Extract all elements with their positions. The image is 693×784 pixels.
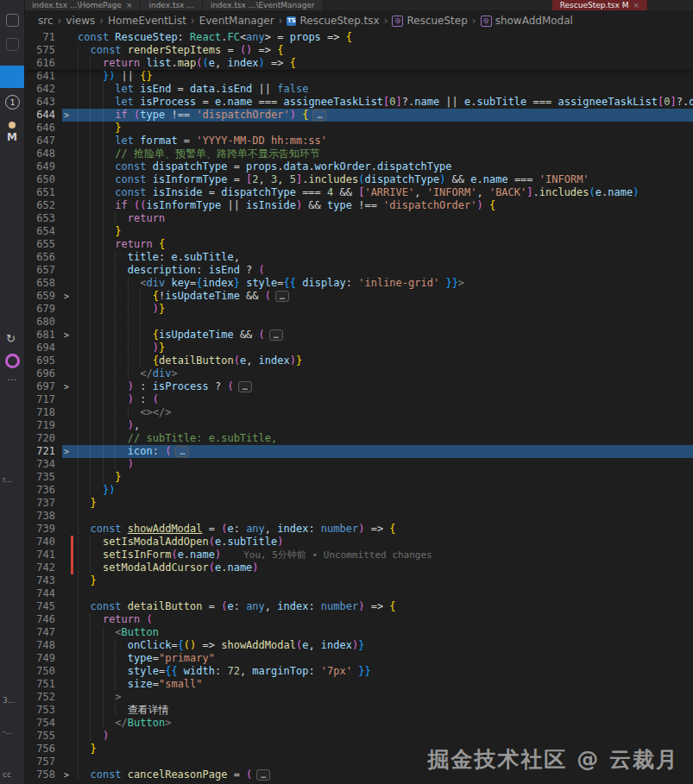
line-number[interactable]: 697	[24, 380, 62, 393]
code-line-654[interactable]: 654 }	[24, 225, 693, 238]
line-number[interactable]: 738	[24, 510, 62, 523]
fold-chevron-icon[interactable]: >	[64, 329, 69, 342]
fold-chevron-icon[interactable]: >	[64, 109, 69, 122]
line-number[interactable]: 71	[24, 31, 62, 44]
line-number[interactable]: 757	[24, 756, 62, 768]
code-line-741[interactable]: 741 setIsInForm(e.name)You, 5分钟前 • Uncom…	[24, 549, 693, 561]
line-number[interactable]: 653	[24, 212, 62, 225]
code-line-738[interactable]: 738	[24, 510, 693, 523]
fold-gutter[interactable]: >	[62, 768, 75, 781]
code-line-734[interactable]: 734 )	[24, 458, 693, 471]
line-number[interactable]: 656	[24, 251, 62, 264]
fold-gutter[interactable]: >	[62, 290, 75, 303]
code-line-696[interactable]: 696 </div>	[24, 367, 693, 380]
code-line-653[interactable]: 653 return	[24, 212, 693, 225]
code-line-648[interactable]: 648 // 抢险单、预警单、路跨单不显示告知环节	[24, 147, 693, 160]
code-line-750[interactable]: 750 style={{ width: 72, marginTop: '7px'…	[24, 665, 693, 678]
code-line-720[interactable]: 720 // subTitle: e.subTitle,	[24, 432, 693, 445]
tab-index-homepage[interactable]: index.tsx ...\HomePage ×	[24, 0, 141, 10]
line-number[interactable]: 696	[24, 367, 62, 380]
code-line-649[interactable]: 649 const dispatchType = props.data.work…	[24, 160, 693, 173]
line-number[interactable]: 659	[24, 290, 62, 303]
line-number[interactable]: 655	[24, 238, 62, 251]
line-number[interactable]: 616	[24, 57, 62, 70]
line-number[interactable]: 694	[24, 342, 62, 354]
code-line-644[interactable]: 644> if (type !== 'dispatchOrder') {…	[24, 109, 693, 122]
code-line-746[interactable]: 746 return (	[24, 613, 693, 626]
code-line-679[interactable]: 679 )}	[24, 303, 693, 316]
line-number[interactable]: 654	[24, 225, 62, 238]
explorer-icon[interactable]	[6, 14, 19, 27]
code-line-717[interactable]: 717 ) : (	[24, 393, 693, 406]
code-line-71[interactable]: 71const RescueStep: React.FC<any> = prop…	[24, 31, 693, 44]
code-line-659[interactable]: 659> {!isUpdateTime && (…	[24, 290, 693, 303]
line-number[interactable]: 721	[24, 445, 62, 458]
line-number[interactable]: 646	[24, 122, 62, 135]
code-line-721[interactable]: 721> icon: (…	[24, 445, 693, 458]
line-number[interactable]: 739	[24, 523, 62, 536]
sidebar-truncated-label[interactable]: -...	[3, 727, 13, 736]
line-number[interactable]: 747	[24, 626, 62, 639]
line-number[interactable]: 644	[24, 109, 62, 122]
fold-chevron-icon[interactable]: >	[64, 290, 69, 303]
code-line-753[interactable]: 753 查看详情	[24, 704, 693, 717]
breadcrumb-item-src[interactable]: src	[38, 15, 54, 27]
line-number[interactable]: 758	[24, 768, 62, 781]
code-line-681[interactable]: 681> {isUpdateTime && (…	[24, 329, 693, 342]
line-number[interactable]: 647	[24, 135, 62, 147]
fold-chevron-icon[interactable]: >	[64, 768, 69, 781]
code-line-742[interactable]: 742 setModalAddCursor(e.name)	[24, 561, 693, 574]
code-line-743[interactable]: 743 }	[24, 574, 693, 587]
line-number[interactable]: 750	[24, 665, 62, 678]
line-number[interactable]: 749	[24, 652, 62, 665]
code-line-758[interactable]: 758> const cancelReasonPage = (…	[24, 768, 693, 781]
code-line-647[interactable]: 647 let format = 'YYYY-MM-DD hh:mm:ss'	[24, 135, 693, 147]
breadcrumb-item-symbol-rescuestep[interactable]: RescueStep	[406, 15, 467, 27]
collapsed-region-badge[interactable]: …	[312, 110, 326, 121]
line-number[interactable]: 754	[24, 717, 62, 730]
breadcrumb-item-symbol-showaddmodal[interactable]: showAddModal	[495, 15, 573, 27]
collapsed-region-badge[interactable]: …	[175, 446, 189, 457]
line-number[interactable]: 575	[24, 44, 62, 57]
line-number[interactable]: 743	[24, 574, 62, 587]
line-number[interactable]: 681	[24, 329, 62, 342]
line-number[interactable]: 735	[24, 471, 62, 484]
breadcrumb-item-homeeventlist[interactable]: HomeEventList	[108, 15, 186, 27]
line-number[interactable]: 742	[24, 561, 62, 574]
line-number[interactable]: 741	[24, 549, 62, 561]
active-activity-item[interactable]	[0, 66, 24, 88]
code-line-749[interactable]: 749 type="primary"	[24, 652, 693, 665]
code-line-736[interactable]: 736 })	[24, 484, 693, 497]
fold-gutter[interactable]: >	[62, 445, 75, 458]
code-line-575[interactable]: 575 const renderStepItems = () => {	[24, 44, 693, 57]
code-line-642[interactable]: 642 let isEnd = data.isEnd || false	[24, 83, 693, 96]
collapsed-region-badge[interactable]: …	[238, 381, 252, 392]
code-line-641[interactable]: 641 }) || {}	[24, 70, 693, 83]
line-number[interactable]: 651	[24, 186, 62, 199]
line-number[interactable]: 752	[24, 691, 62, 704]
line-number[interactable]: 744	[24, 587, 62, 600]
line-number[interactable]: 650	[24, 173, 62, 186]
line-number[interactable]: 751	[24, 678, 62, 691]
line-number[interactable]: 753	[24, 704, 62, 717]
sync-icon[interactable]: ↻	[6, 332, 16, 345]
sidebar-truncated-label[interactable]: cc	[3, 770, 11, 779]
tab-index-2[interactable]: index.tsx ...	[141, 0, 202, 10]
account-icon[interactable]	[5, 354, 20, 368]
code-line-755[interactable]: 755 )	[24, 730, 693, 743]
line-number[interactable]: 740	[24, 536, 62, 549]
line-number[interactable]: 745	[24, 600, 62, 613]
tab-index-eventmanager[interactable]: index.tsx ...\EventManager	[203, 0, 324, 10]
line-number[interactable]: 643	[24, 96, 62, 109]
close-icon[interactable]: ×	[633, 1, 639, 9]
line-number[interactable]: 748	[24, 639, 62, 652]
line-number[interactable]: 737	[24, 497, 62, 510]
code-line-697[interactable]: 697> ) : isProcess ? (…	[24, 380, 693, 393]
search-icon[interactable]	[6, 38, 19, 51]
line-number[interactable]: 679	[24, 303, 62, 316]
code-line-752[interactable]: 752 >	[24, 691, 693, 704]
fold-chevron-icon[interactable]: >	[64, 445, 69, 458]
code-line-748[interactable]: 748 onClick={() => showAddModal(e, index…	[24, 639, 693, 652]
breadcrumb-item-eventmanager[interactable]: EventManager	[199, 15, 274, 27]
line-number[interactable]: 756	[24, 743, 62, 756]
